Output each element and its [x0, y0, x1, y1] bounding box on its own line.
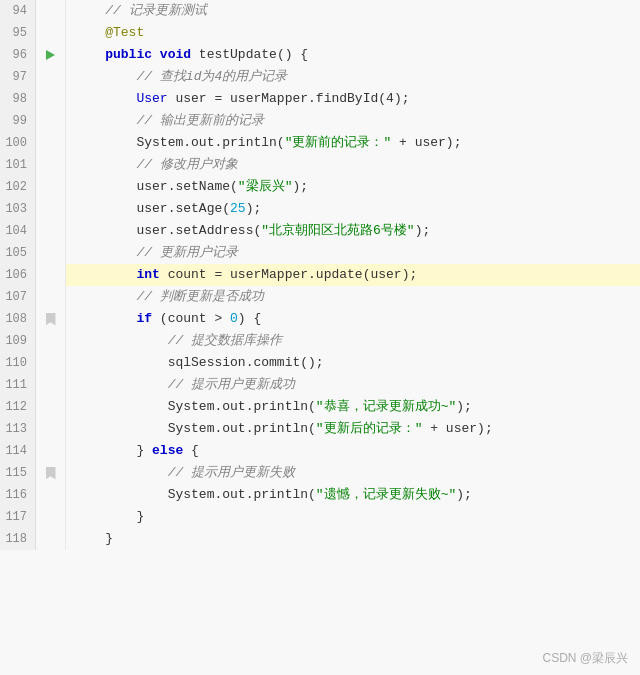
code-row: 95 @Test: [0, 22, 640, 44]
normal-token: }: [136, 506, 144, 528]
line-number: 98: [0, 88, 36, 110]
code-content: user.setAge(25);: [66, 198, 640, 220]
line-number: 104: [0, 220, 36, 242]
indent4-token: [74, 418, 168, 440]
bookmark-icon[interactable]: [46, 313, 56, 326]
code-row: 104 user.setAddress("北京朝阳区北苑路6号楼");: [0, 220, 640, 242]
comment-token: // 提示用户更新成功: [168, 374, 295, 396]
indent3-token: [74, 154, 136, 176]
gutter: [36, 352, 66, 374]
code-content: // 修改用户对象: [66, 154, 640, 176]
normal-token: testUpdate() {: [191, 44, 308, 66]
indent3-token: [74, 264, 136, 286]
line-number: 109: [0, 330, 36, 352]
gutter: [36, 264, 66, 286]
gutter: [36, 176, 66, 198]
line-number: 118: [0, 528, 36, 550]
indent3-token: [74, 242, 136, 264]
gutter: [36, 308, 66, 330]
gutter: [36, 418, 66, 440]
code-row: 111 // 提示用户更新成功: [0, 374, 640, 396]
gutter: [36, 44, 66, 66]
code-content: System.out.println("遗憾，记录更新失败~");: [66, 484, 640, 506]
normal-token: count = userMapper.update(user);: [160, 264, 417, 286]
indent4-token: [74, 374, 168, 396]
code-content: // 更新用户记录: [66, 242, 640, 264]
gutter: [36, 484, 66, 506]
gutter: [36, 0, 66, 22]
string-token: "北京朝阳区北苑路6号楼": [261, 220, 414, 242]
string-token: "遗憾，记录更新失败~": [316, 484, 456, 506]
code-content: @Test: [66, 22, 640, 44]
code-row: 96 public void testUpdate() {: [0, 44, 640, 66]
indent3-token: [74, 88, 136, 110]
line-number: 117: [0, 506, 36, 528]
code-row: 113 System.out.println("更新后的记录：" + user)…: [0, 418, 640, 440]
indent4-token: [74, 330, 168, 352]
gutter: [36, 220, 66, 242]
gutter: [36, 66, 66, 88]
code-content: public void testUpdate() {: [66, 44, 640, 66]
normal-token: );: [456, 396, 472, 418]
line-number: 102: [0, 176, 36, 198]
run-icon[interactable]: [46, 50, 55, 60]
normal-token: );: [292, 176, 308, 198]
code-content: User user = userMapper.findById(4);: [66, 88, 640, 110]
code-row: 98 User user = userMapper.findById(4);: [0, 88, 640, 110]
line-number: 94: [0, 0, 36, 22]
code-content: // 记录更新测试: [66, 0, 640, 22]
comment-token: // 查找id为4的用户记录: [136, 66, 287, 88]
indent3-token: [74, 176, 136, 198]
kw-token: else: [152, 440, 183, 462]
code-content: }: [66, 506, 640, 528]
code-content: sqlSession.commit();: [66, 352, 640, 374]
normal-token: System.out.println(: [168, 484, 316, 506]
code-row: 101 // 修改用户对象: [0, 154, 640, 176]
kw-token: void: [160, 44, 191, 66]
code-row: 116 System.out.println("遗憾，记录更新失败~");: [0, 484, 640, 506]
normal-token: System.out.println(: [168, 396, 316, 418]
code-row: 102 user.setName("梁辰兴");: [0, 176, 640, 198]
indent3-token: [74, 506, 136, 528]
code-row: 110 sqlSession.commit();: [0, 352, 640, 374]
code-content: }: [66, 528, 640, 550]
code-editor: 94 // 记录更新测试95 @Test96 public void testU…: [0, 0, 640, 675]
line-number: 106: [0, 264, 36, 286]
normal-token: System.out.println(: [168, 418, 316, 440]
bookmark-icon[interactable]: [46, 467, 56, 480]
indent2-token: [74, 0, 105, 22]
code-row: 112 System.out.println("恭喜，记录更新成功~");: [0, 396, 640, 418]
comment-token: // 提示用户更新失败: [168, 462, 295, 484]
code-lines: 94 // 记录更新测试95 @Test96 public void testU…: [0, 0, 640, 550]
gutter: [36, 198, 66, 220]
normal-token: ) {: [238, 308, 261, 330]
indent4-token: [74, 396, 168, 418]
gutter: [36, 528, 66, 550]
indent4-token: [74, 352, 168, 374]
kw-token: public: [105, 44, 152, 66]
comment-token: // 输出更新前的记录: [136, 110, 263, 132]
code-row: 97 // 查找id为4的用户记录: [0, 66, 640, 88]
line-number: 112: [0, 396, 36, 418]
comment-token: // 修改用户对象: [136, 154, 237, 176]
code-content: // 查找id为4的用户记录: [66, 66, 640, 88]
code-row: 107 // 判断更新是否成功: [0, 286, 640, 308]
indent3-token: [74, 286, 136, 308]
line-number: 100: [0, 132, 36, 154]
gutter: [36, 88, 66, 110]
indent3-token: [74, 440, 136, 462]
indent4-token: [74, 462, 168, 484]
line-number: 114: [0, 440, 36, 462]
gutter: [36, 396, 66, 418]
code-content: user.setAddress("北京朝阳区北苑路6号楼");: [66, 220, 640, 242]
gutter: [36, 330, 66, 352]
kw-token: int: [136, 264, 159, 286]
gutter: [36, 286, 66, 308]
kw-token: if: [136, 308, 152, 330]
code-row: 103 user.setAge(25);: [0, 198, 640, 220]
code-row: 108 if (count > 0) {: [0, 308, 640, 330]
normal-token: user = userMapper.findById(4);: [168, 88, 410, 110]
gutter: [36, 374, 66, 396]
line-number: 113: [0, 418, 36, 440]
gutter: [36, 132, 66, 154]
